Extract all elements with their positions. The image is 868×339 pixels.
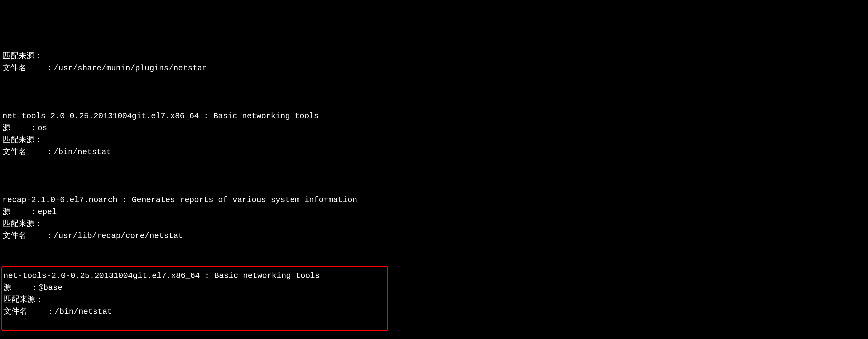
filename-label: 文件名 ： (3, 307, 54, 316)
filename-label: 文件名 ： (2, 231, 54, 240)
source-label: 源 ： (2, 207, 37, 216)
package-name: net-tools-2.0-0.25.20131004git.el7.x86_6… (3, 271, 320, 280)
terminal-output[interactable]: 匹配来源： 文件名 ：/usr/share/munin/plugins/nets… (2, 50, 866, 339)
filename-value: /bin/netstat (54, 307, 112, 316)
source-value: epel (37, 207, 57, 216)
filename-value: /usr/share/munin/plugins/netstat (54, 64, 207, 73)
source-value: os (37, 123, 47, 133)
source-label: 源 ： (3, 283, 38, 292)
match-from-label: 匹配来源： (2, 135, 42, 145)
filename-value: /usr/lib/recap/core/netstat (54, 231, 183, 240)
filename-label: 文件名 ： (2, 64, 54, 73)
package-name: net-tools-2.0-0.25.20131004git.el7.x86_6… (2, 112, 319, 121)
match-from-label: 匹配来源： (3, 295, 43, 304)
filename-label: 文件名 ： (2, 147, 54, 157)
source-label: 源 ： (2, 123, 37, 133)
source-value: @base (38, 283, 62, 292)
filename-value: /bin/netstat (54, 147, 111, 157)
match-from-label: 匹配来源： (2, 52, 42, 61)
match-from-label: 匹配来源： (2, 219, 42, 228)
highlighted-result: net-tools-2.0-0.25.20131004git.el7.x86_6… (1, 266, 388, 331)
package-name: recap-2.1.0-6.el7.noarch : Generates rep… (2, 195, 357, 205)
